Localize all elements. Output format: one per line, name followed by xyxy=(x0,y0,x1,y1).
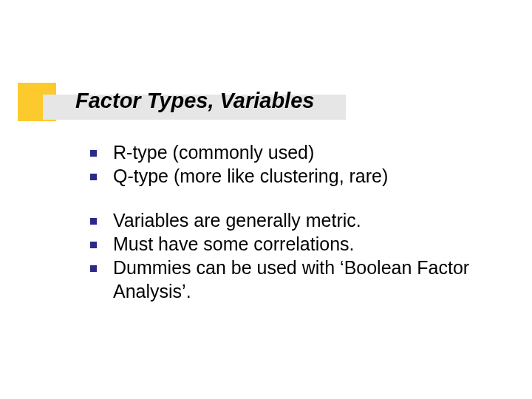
list-item-text: Must have some correlations. xyxy=(113,232,489,256)
square-bullet-icon xyxy=(90,174,97,180)
square-bullet-icon xyxy=(90,218,97,225)
list-item: Must have some correlations. xyxy=(90,232,489,256)
bullet-group-2: Variables are generally metric. Must hav… xyxy=(90,208,489,303)
list-item: Dummies can be used with ‘Boolean Factor… xyxy=(90,256,489,303)
list-item-text: Variables are generally metric. xyxy=(113,208,489,232)
list-item: Variables are generally metric. xyxy=(90,208,489,232)
list-item-text: Dummies can be used with ‘Boolean Factor… xyxy=(113,256,489,303)
list-item: R-type (commonly used) xyxy=(90,140,489,164)
square-bullet-icon xyxy=(90,242,97,248)
square-bullet-icon xyxy=(90,150,97,157)
list-item: Q-type (more like clustering, rare) xyxy=(90,164,489,188)
bullet-group-1: R-type (commonly used) Q-type (more like… xyxy=(90,140,489,188)
list-item-text: R-type (commonly used) xyxy=(113,140,489,164)
slide: Factor Types, Variables R-type (commonly… xyxy=(0,0,532,399)
square-bullet-icon xyxy=(90,265,97,272)
slide-body: R-type (commonly used) Q-type (more like… xyxy=(90,140,489,324)
list-item-text: Q-type (more like clustering, rare) xyxy=(113,164,489,188)
slide-title: Factor Types, Variables xyxy=(75,89,314,113)
